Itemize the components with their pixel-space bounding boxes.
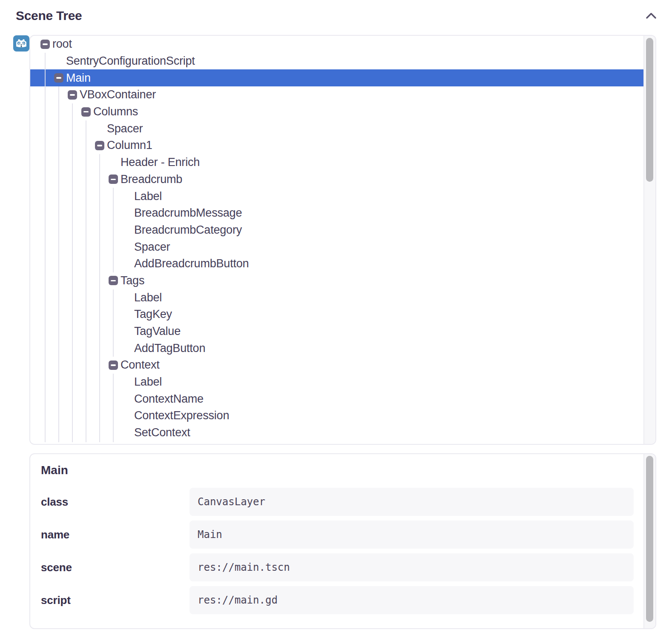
detail-field-value-box: Main — [190, 521, 634, 549]
detail-field-value-box: CanvasLayer — [190, 488, 634, 516]
tree-row[interactable]: Label — [30, 374, 643, 391]
scene-tree-page: Scene Tree root SentryConfigurationScrip… — [0, 0, 672, 641]
tree-node-label: Tags — [121, 274, 144, 287]
tree-row[interactable]: Breadcrumb — [30, 171, 643, 188]
tree-node-label: TagValue — [134, 325, 181, 338]
detail-row: name Main — [41, 521, 634, 549]
tree-row[interactable]: Label — [30, 188, 643, 205]
collapse-toggle-icon[interactable] — [81, 107, 91, 117]
tree-row[interactable]: AddTagButton — [30, 340, 643, 357]
detail-field-value: res://main.tscn — [198, 561, 290, 573]
tree-row[interactable]: SentryConfigurationScript — [30, 53, 643, 70]
tree-row-selected[interactable]: Main — [30, 69, 643, 86]
tree-node-label: SetContext — [134, 426, 190, 439]
tree-node-label: Label — [134, 291, 162, 304]
tree-row[interactable]: Context — [30, 357, 643, 374]
detail-rows: class CanvasLayer name Main scene res://… — [41, 488, 634, 619]
tree-node-label: ContextName — [134, 392, 204, 406]
detail-field-value: CanvasLayer — [198, 496, 265, 508]
tree-node-label: Label — [134, 190, 162, 203]
tree-row[interactable]: Spacer — [30, 120, 643, 137]
detail-row: script res://main.gd — [41, 586, 634, 614]
tree-node-label: Spacer — [134, 240, 170, 254]
tree-node-label: Spacer — [107, 122, 143, 135]
tree-row[interactable]: root — [30, 36, 643, 53]
details-title: Main — [41, 464, 68, 477]
details-scrollbar-thumb[interactable] — [646, 456, 653, 622]
tree-row[interactable]: AddBreadcrumbButton — [30, 255, 643, 272]
tree-node-label: Columns — [93, 105, 138, 118]
tree-node-label: Label — [134, 375, 162, 389]
tree-row[interactable]: TagValue — [30, 323, 643, 340]
tree-rows: root SentryConfigurationScript Main VBox… — [30, 36, 643, 440]
tree-node-label: TagKey — [134, 308, 172, 321]
tree-node-label: AddBreadcrumbButton — [134, 257, 249, 270]
tree-node-label: Context — [121, 358, 160, 372]
chevron-up-icon — [646, 12, 657, 20]
tree-row[interactable]: Column1 — [30, 137, 643, 154]
detail-field-label: script — [41, 594, 190, 607]
tree-node-label: Column1 — [107, 139, 152, 152]
collapse-section-button[interactable] — [644, 10, 658, 21]
collapse-toggle-icon[interactable] — [68, 90, 77, 100]
tree-row[interactable]: ContextExpression — [30, 407, 643, 424]
tree-row[interactable]: Spacer — [30, 238, 643, 255]
tree-row[interactable]: TagKey — [30, 306, 643, 323]
node-details-panel: Main class CanvasLayer name Main scene r… — [29, 453, 656, 629]
scene-tree-panel: root SentryConfigurationScript Main VBox… — [29, 35, 656, 445]
tree-scrollbar[interactable] — [643, 36, 655, 444]
detail-field-label: name — [41, 528, 190, 541]
detail-field-value: Main — [198, 529, 222, 541]
detail-field-label: class — [41, 495, 190, 509]
tree-row[interactable]: Header - Enrich — [30, 154, 643, 171]
detail-row: class CanvasLayer — [41, 488, 634, 516]
collapse-toggle-icon[interactable] — [109, 361, 118, 370]
tree-node-label: AddTagButton — [134, 342, 205, 355]
tree-node-label: VBoxContainer — [80, 88, 156, 101]
tree-row[interactable]: Label — [30, 289, 643, 306]
tree-row[interactable]: BreadcrumbMessage — [30, 205, 643, 222]
detail-field-value-box: res://main.tscn — [190, 553, 634, 581]
tree-row[interactable]: Columns — [30, 103, 643, 120]
collapse-toggle-icon[interactable] — [109, 276, 118, 285]
tree-row[interactable]: SetContext — [30, 424, 643, 440]
godot-icon — [13, 35, 29, 52]
tree-row[interactable]: ContextName — [30, 390, 643, 407]
tree-row[interactable]: BreadcrumbCategory — [30, 222, 643, 239]
tree-scrollbar-thumb[interactable] — [646, 38, 653, 182]
detail-field-value: res://main.gd — [198, 594, 278, 606]
tree-node-label: SentryConfigurationScript — [66, 54, 195, 68]
collapse-toggle-icon[interactable] — [40, 40, 50, 49]
detail-field-label: scene — [41, 561, 190, 574]
details-scrollbar[interactable] — [643, 454, 655, 628]
collapse-toggle-icon[interactable] — [95, 141, 104, 150]
tree-node-label: Main — [66, 72, 91, 85]
collapse-toggle-icon[interactable] — [109, 175, 118, 184]
tree-node-label: BreadcrumbMessage — [134, 206, 242, 220]
page-title: Scene Tree — [16, 9, 82, 23]
tree-row[interactable]: Tags — [30, 272, 643, 289]
tree-node-label: Breadcrumb — [121, 173, 182, 186]
tree-node-label: ContextExpression — [134, 409, 229, 422]
detail-row: scene res://main.tscn — [41, 553, 634, 581]
detail-field-value-box: res://main.gd — [190, 586, 634, 614]
tree-node-label: root — [52, 37, 72, 51]
tree-node-label: BreadcrumbCategory — [134, 223, 242, 237]
tree-node-label: Header - Enrich — [121, 156, 200, 169]
collapse-toggle-icon[interactable] — [54, 73, 63, 83]
tree-row[interactable]: VBoxContainer — [30, 86, 643, 103]
